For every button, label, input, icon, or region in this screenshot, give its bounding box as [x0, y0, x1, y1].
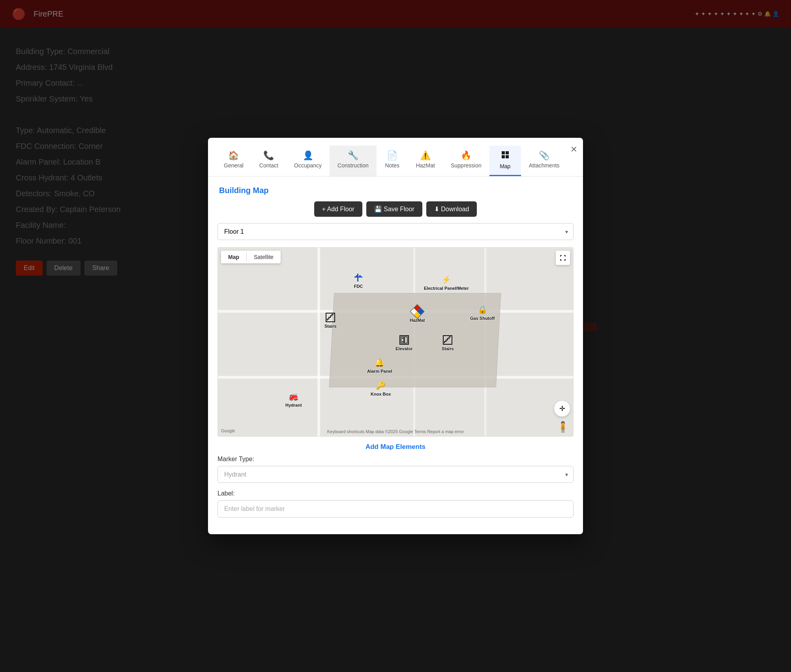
tab-attachments[interactable]: 📎 Attachments	[521, 146, 568, 176]
modal-body: Building Map + Add Floor 💾 Save Floor ⬇ …	[208, 176, 583, 534]
floor-selector-wrap: Floor 1 Floor 2 Floor 3 ▾	[217, 223, 574, 240]
add-floor-button[interactable]: + Add Floor	[314, 201, 362, 217]
tab-map-label: Map	[500, 163, 510, 169]
fdc-label: FDC	[354, 284, 363, 289]
gas-icon: 🔒	[477, 304, 488, 315]
tab-general[interactable]: 🏠 General	[216, 146, 251, 176]
modal-dialog: × 🏠 General 📞 Contact 👤 Occupancy 🔧 Cons…	[208, 138, 583, 534]
label-group: Label:	[217, 490, 574, 518]
svg-rect-10	[401, 337, 404, 343]
contact-icon: 📞	[263, 150, 274, 161]
tab-navigation: 🏠 General 📞 Contact 👤 Occupancy 🔧 Constr…	[216, 146, 575, 176]
tab-hazmat-label: HazMat	[416, 162, 435, 169]
svg-rect-6	[356, 275, 358, 277]
tab-construction-label: Construction	[337, 162, 369, 169]
fdc-icon	[353, 272, 364, 283]
marker-knox[interactable]: 🔑 Knox Box	[371, 380, 391, 396]
map-container: Map Satellite ✛ 🧍	[217, 247, 574, 437]
label-input[interactable]	[217, 500, 574, 518]
marker-electrical[interactable]: ⚡ Electrical Panel/Meter	[424, 274, 469, 291]
gas-shutoff-label: Gas Shutoff	[470, 316, 495, 321]
tab-occupancy-label: Occupancy	[294, 162, 322, 169]
map-toolbar: + Add Floor 💾 Save Floor ⬇ Download	[217, 201, 574, 217]
svg-rect-7	[359, 275, 361, 277]
hydrant-label: Hydrant	[285, 403, 302, 407]
tab-map[interactable]: Map	[489, 146, 521, 176]
stairs2-label: Stairs	[442, 346, 454, 351]
map-navigation-control[interactable]: ✛	[554, 401, 570, 417]
tab-hazmat[interactable]: ⚠️ HazMat	[408, 146, 443, 176]
marker-hazmat[interactable]: HazMat	[410, 306, 425, 323]
stairs1-icon	[325, 312, 336, 323]
tab-suppression[interactable]: 🔥 Suppression	[443, 146, 489, 176]
close-button[interactable]: ×	[571, 144, 577, 155]
tab-notes-label: Notes	[385, 162, 399, 169]
electrical-icon: ⚡	[441, 274, 452, 285]
hydrant-icon: 🚒	[288, 391, 299, 402]
map-icon	[501, 150, 510, 161]
attachments-icon: 📎	[539, 150, 549, 161]
road-v1	[317, 248, 320, 436]
modal-overlay: × 🏠 General 📞 Contact 👤 Occupancy 🔧 Cons…	[0, 0, 791, 672]
svg-rect-2	[502, 155, 505, 158]
marker-elevator[interactable]: Elevator	[396, 334, 412, 351]
marker-type-select-wrap: Hydrant FDC Stairs Elevator Alarm Panel …	[217, 466, 574, 483]
elevator-label: Elevator	[396, 346, 412, 351]
general-icon: 🏠	[228, 150, 239, 161]
marker-type-select[interactable]: Hydrant FDC Stairs Elevator Alarm Panel …	[217, 466, 574, 483]
tab-general-label: General	[224, 162, 244, 169]
tab-notes[interactable]: 📄 Notes	[377, 146, 408, 176]
floor-select[interactable]: Floor 1 Floor 2 Floor 3	[217, 223, 574, 240]
svg-rect-5	[357, 274, 358, 282]
suppression-icon: 🔥	[461, 150, 471, 161]
section-title: Building Map	[217, 186, 574, 195]
tab-construction[interactable]: 🔧 Construction	[330, 146, 377, 176]
marker-fdc[interactable]: FDC	[353, 272, 364, 289]
elevator-icon	[399, 334, 410, 345]
notes-icon: 📄	[387, 150, 397, 161]
svg-rect-0	[502, 151, 505, 154]
svg-rect-3	[506, 155, 509, 158]
tab-occupancy[interactable]: 👤 Occupancy	[286, 146, 330, 176]
marker-alarm[interactable]: 🔔 Alarm Panel	[367, 357, 392, 374]
download-button[interactable]: ⬇ Download	[426, 201, 477, 217]
marker-hydrant[interactable]: 🚒 Hydrant	[285, 391, 302, 407]
map-footer-links: Keyboard shortcuts Map data ©2025 Google…	[218, 429, 573, 434]
save-floor-button[interactable]: 💾 Save Floor	[366, 201, 422, 217]
construction-icon: 🔧	[348, 150, 358, 161]
svg-rect-11	[405, 337, 407, 343]
tab-contact-label: Contact	[259, 162, 278, 169]
stairs1-label: Stairs	[324, 324, 337, 328]
marker-stairs2[interactable]: Stairs	[442, 334, 454, 351]
alarm-label: Alarm Panel	[367, 369, 392, 374]
fullscreen-icon	[560, 255, 566, 261]
svg-rect-1	[506, 151, 509, 154]
map-tab-satellite[interactable]: Satellite	[247, 251, 281, 263]
add-map-elements-title: Add Map Elements	[217, 443, 574, 451]
tab-attachments-label: Attachments	[529, 162, 560, 169]
marker-type-label: Marker Type:	[217, 456, 574, 463]
tab-contact[interactable]: 📞 Contact	[251, 146, 286, 176]
occupancy-icon: 👤	[303, 150, 313, 161]
modal-header: × 🏠 General 📞 Contact 👤 Occupancy 🔧 Cons…	[208, 138, 583, 176]
map-view-tabs: Map Satellite	[221, 251, 281, 263]
map-tab-map[interactable]: Map	[221, 251, 246, 263]
map-fullscreen-button[interactable]	[556, 251, 570, 265]
marker-gas-shutoff[interactable]: 🔒 Gas Shutoff	[470, 304, 495, 321]
knox-icon: 🔑	[375, 380, 386, 391]
electrical-label: Electrical Panel/Meter	[424, 286, 469, 291]
hazmat-icon: ⚠️	[420, 150, 431, 161]
knox-label: Knox Box	[371, 392, 391, 396]
hazmat-icon	[412, 306, 423, 317]
label-field-label: Label:	[217, 490, 574, 497]
map-pegman[interactable]: 🧍	[556, 420, 570, 434]
marker-stairs1[interactable]: Stairs	[324, 312, 337, 328]
tab-suppression-label: Suppression	[451, 162, 482, 169]
marker-type-group: Marker Type: Hydrant FDC Stairs Elevator…	[217, 456, 574, 483]
alarm-icon: 🔔	[374, 357, 385, 368]
stairs2-icon	[442, 334, 453, 345]
